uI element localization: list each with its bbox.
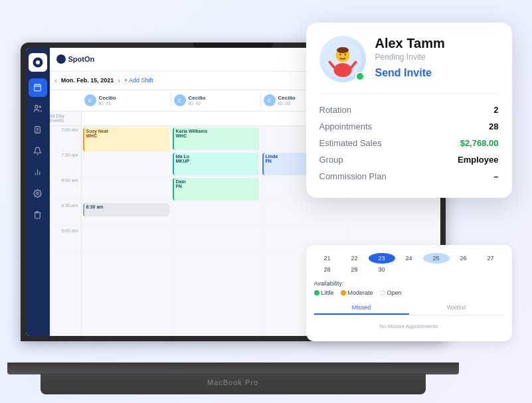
avail-little: Little	[314, 289, 334, 296]
cal-date-29[interactable]: 29	[341, 264, 368, 275]
app-sidebar	[26, 48, 50, 336]
stat-row-appointments: Appointments 28	[319, 118, 499, 135]
stat-value-group: Employee	[458, 155, 498, 165]
stat-row-sales: Estimated Sales $2,768.00	[319, 135, 499, 151]
avail-label-moderate: Moderate	[348, 289, 373, 296]
all-day-label: All Day Events	[50, 112, 81, 126]
svg-point-21	[344, 54, 345, 55]
stat-label-sales: Estimated Sales	[319, 138, 382, 148]
svg-point-6	[35, 106, 38, 108]
svg-point-20	[339, 54, 341, 55]
staff-id-3: ID: #3	[278, 101, 296, 106]
sidebar-item-notifications[interactable]	[29, 142, 47, 161]
time-slot-900: 9:00 am	[50, 227, 81, 252]
camera-notch	[193, 42, 273, 48]
svg-point-19	[337, 47, 349, 53]
staff-name-2: Cecilio	[189, 95, 206, 101]
appt-time: 8:30 am	[86, 204, 167, 209]
appt-name: Suzy Neat	[86, 129, 167, 133]
appointment-suzy[interactable]: Suzy Neat WHC	[83, 127, 169, 151]
time-labels: All Day Events 7:00 am 7:30 am 8:00 am 8…	[50, 112, 82, 336]
sidebar-item-people[interactable]	[29, 100, 47, 118]
sidebar-item-analytics[interactable]	[29, 163, 47, 182]
svg-point-17	[333, 63, 351, 77]
profile-card: Alex Tamm Pending Invite Send Invite Rot…	[306, 23, 512, 198]
row-line	[261, 202, 350, 227]
sidebar-item-calendar[interactable]	[29, 78, 47, 97]
profile-status: Pending Invite	[375, 52, 499, 62]
appt-service: MKUP	[176, 159, 257, 163]
staff-avatar-2: C	[174, 94, 186, 106]
avail-label-little: Little	[321, 289, 334, 296]
stat-value-rotation: 2	[493, 105, 498, 115]
stat-value-appointments: 28	[489, 121, 498, 131]
sidebar-item-settings[interactable]	[29, 185, 47, 203]
sidebar-item-clipboard[interactable]	[29, 121, 47, 139]
cal-date-26[interactable]: 26	[450, 253, 477, 264]
missed-tabs: Missed Waitlist	[314, 301, 504, 315]
calendar-date: Mon. Feb. 15, 2021	[61, 77, 114, 84]
cal-date-22[interactable]: 22	[341, 253, 368, 264]
appointment-karla[interactable]: Karla Williams WHC	[173, 127, 259, 150]
sidebar-item-trash[interactable]	[29, 206, 47, 224]
staff-info-2: Cecilio ID: #2	[189, 95, 206, 106]
availability-row: Little Moderate Open	[314, 289, 504, 296]
row-line	[351, 202, 440, 227]
cal-date-30[interactable]: 30	[369, 264, 395, 275]
stat-row-commission: Commission Plan –	[319, 168, 499, 185]
cal-date-27[interactable]: 27	[478, 253, 504, 264]
appointment-ida[interactable]: Ida Lu MKUP	[173, 153, 259, 175]
availability-section: Availability: Little Moderate Open	[314, 280, 504, 296]
grid-col-2: Karla Williams WHC Ida Lu MKUP Dain	[171, 126, 261, 336]
appt-service: FN	[176, 184, 257, 189]
staff-info-1: Cecilio ID: #1	[99, 95, 116, 106]
stat-label-appointments: Appointments	[319, 121, 373, 131]
send-invite-button[interactable]: Send Invite	[375, 67, 432, 79]
cal-date-21[interactable]: 21	[314, 253, 341, 264]
all-day-text: All Day Events	[50, 114, 78, 123]
staff-avatar-3: C	[264, 94, 276, 106]
tab-missed[interactable]: Missed	[314, 301, 409, 315]
avatar-wrapper	[319, 36, 366, 82]
appointment-830[interactable]: 8:30 am	[83, 203, 169, 216]
profile-info: Alex Tamm Pending Invite Send Invite	[375, 36, 499, 79]
brand-text: SpotOn	[68, 55, 95, 63]
row-line	[82, 151, 171, 177]
avail-dot-little	[314, 290, 319, 295]
cal-date-24[interactable]: 24	[396, 253, 422, 264]
avail-open: Open	[380, 289, 402, 296]
time-slot-730: 7:30 am	[50, 151, 81, 177]
spoton-logo	[29, 53, 47, 72]
laptop-base	[7, 363, 459, 374]
staff-id-2: ID: #2	[189, 101, 206, 106]
laptop-foot: MacBook Pro	[41, 373, 426, 394]
stat-label-group: Group	[319, 155, 343, 165]
mini-cal-grid: 21 22 23 24 25 26 27 28 29 30	[314, 253, 504, 275]
online-status-dot	[355, 72, 365, 81]
stat-label-commission: Commission Plan	[319, 171, 387, 181]
next-day-arrow[interactable]: ›	[118, 77, 120, 84]
cal-date-25[interactable]: 25	[423, 253, 450, 264]
stat-row-rotation: Rotation 2	[319, 102, 499, 118]
svg-point-15	[37, 193, 39, 195]
appt-service: WHC	[176, 133, 257, 138]
stat-value-commission: –	[493, 171, 498, 181]
macbook-label: MacBook Pro	[207, 378, 258, 386]
prev-day-arrow[interactable]: ‹	[55, 77, 57, 84]
tab-waitlist[interactable]: Waitlist	[409, 301, 504, 315]
staff-name-1: Cecilio	[99, 95, 116, 101]
appointment-dain[interactable]: Dain FN	[173, 178, 259, 201]
add-shift-button[interactable]: + Add Shift	[124, 77, 153, 84]
spoton-brand: SpotOn	[56, 54, 95, 64]
cal-date-23[interactable]: 23	[369, 253, 395, 264]
profile-name: Alex Tamm	[375, 36, 499, 51]
row-line	[82, 227, 171, 252]
staff-avatar-1: C	[84, 94, 96, 106]
cal-date-28[interactable]: 28	[314, 264, 341, 275]
mini-calendar-card: 21 22 23 24 25 26 27 28 29 30 Availabili…	[306, 245, 512, 341]
profile-stats: Rotation 2 Appointments 28 Estimated Sal…	[319, 93, 499, 185]
appt-name: Karla Williams	[176, 129, 257, 133]
avail-label-open: Open	[387, 289, 402, 296]
staff-id-1: ID: #1	[99, 101, 116, 106]
avail-moderate: Moderate	[341, 289, 373, 296]
